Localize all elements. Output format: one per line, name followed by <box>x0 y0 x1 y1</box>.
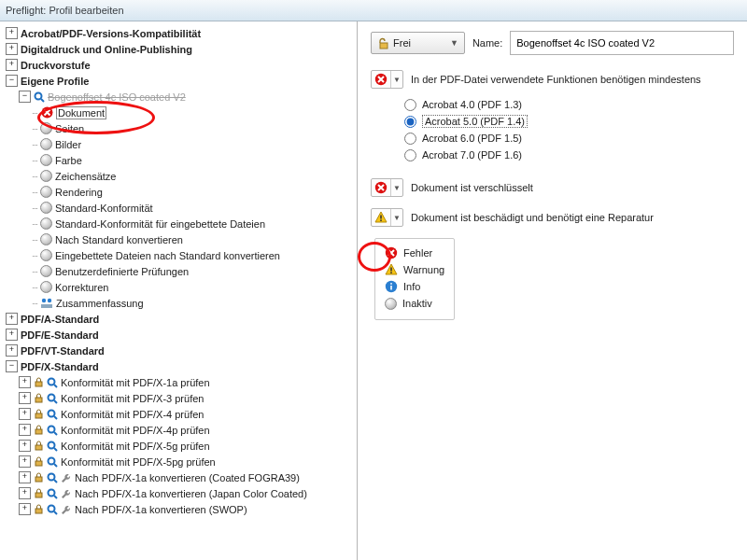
expand-icon[interactable]: + <box>19 424 31 436</box>
magnifier-icon <box>47 472 58 483</box>
legend-inactive[interactable]: Inaktiv <box>402 298 432 309</box>
tree-group[interactable]: Druckvorstufe <box>21 60 91 71</box>
svg-line-11 <box>54 400 57 403</box>
tree-group[interactable]: PDF/X-Standard <box>21 361 99 372</box>
legend-error[interactable]: Fehler <box>403 247 432 259</box>
name-input[interactable] <box>510 31 734 55</box>
tree-item[interactable]: Konformität mit PDF/X-1a prüfen <box>61 377 210 388</box>
collapse-icon[interactable]: − <box>6 75 18 87</box>
tree-group[interactable]: PDF/VT-Standard <box>21 345 105 357</box>
wrench-icon <box>61 488 72 499</box>
expand-icon[interactable]: + <box>6 27 18 39</box>
error-icon <box>40 106 53 119</box>
severity-selector[interactable]: ▼ <box>371 208 403 227</box>
tree-item[interactable]: Korrekturen <box>55 282 108 293</box>
magnifier-icon <box>34 91 45 103</box>
expand-icon[interactable]: + <box>6 43 18 55</box>
profile-tree[interactable]: +Acrobat/PDF-Versions-Kompatibilität +Di… <box>0 21 358 560</box>
tree-item[interactable]: Konformität mit PDF/X-5pg prüfen <box>61 456 216 468</box>
svg-line-14 <box>54 416 57 419</box>
magnifier-icon <box>47 504 58 515</box>
expand-icon[interactable]: + <box>6 329 18 341</box>
wrench-icon <box>61 472 72 483</box>
severity-selector[interactable]: ▼ <box>371 70 403 89</box>
legend-warning[interactable]: Warnung <box>403 264 444 275</box>
tree-item[interactable]: Eingebettete Dateien nach Standard konve… <box>55 250 280 261</box>
bullet-icon <box>40 202 52 214</box>
tree-item[interactable]: Farbe <box>55 155 82 166</box>
expand-icon[interactable]: + <box>19 471 31 483</box>
collapse-icon[interactable]: − <box>6 360 18 372</box>
tree-item[interactable]: Konformität mit PDF/X-4p prüfen <box>61 425 210 436</box>
radio-acrobat7[interactable]: Acrobat 7.0 (PDF 1.6) <box>404 147 734 163</box>
tree-item[interactable]: Zusammenfassung <box>56 298 144 309</box>
expand-icon[interactable]: + <box>19 503 31 515</box>
severity-legend: Fehler Warnung Info Inaktiv <box>374 238 455 320</box>
svg-line-29 <box>54 496 57 498</box>
tree-item[interactable]: Standard-Konformität <box>55 203 153 214</box>
lock-dropdown[interactable]: Frei ▼ <box>371 32 465 54</box>
tree-item[interactable]: Nach Standard konvertieren <box>55 234 183 245</box>
tree-group[interactable]: Digitaldruck und Online-Publishing <box>21 44 192 55</box>
svg-rect-42 <box>390 286 392 290</box>
tree-item[interactable]: Rendering <box>55 187 103 198</box>
tree-item[interactable]: Zeichensätze <box>55 171 116 182</box>
tree-group[interactable]: Acrobat/PDF-Versions-Kompatibilität <box>21 28 201 39</box>
expand-icon[interactable]: + <box>19 455 31 468</box>
tree-item[interactable]: Konformität mit PDF/X-3 prüfen <box>61 393 204 404</box>
expand-icon[interactable]: + <box>19 440 31 452</box>
svg-rect-21 <box>35 461 42 466</box>
svg-rect-9 <box>35 398 42 402</box>
tree-item[interactable]: Konformität mit PDF/X-4 prüfen <box>61 409 204 420</box>
tree-item[interactable]: Konformität mit PDF/X-5g prüfen <box>61 441 210 452</box>
bullet-icon <box>40 138 52 150</box>
svg-rect-15 <box>35 429 42 434</box>
svg-point-16 <box>49 426 55 432</box>
magnifier-icon <box>47 377 58 388</box>
svg-point-3 <box>42 298 46 301</box>
tree-item[interactable]: Bilder <box>55 139 81 150</box>
tree-item[interactable]: Standard-Konformität für eingebettete Da… <box>55 218 265 230</box>
expand-icon[interactable]: + <box>19 376 31 388</box>
expand-icon[interactable]: + <box>6 59 18 71</box>
tree-item-dokument[interactable]: Dokument <box>56 106 106 119</box>
radio-acrobat5[interactable]: Acrobat 5.0 (PDF 1.4) <box>404 113 734 130</box>
tree-group[interactable]: PDF/E-Standard <box>21 329 99 341</box>
tree-item[interactable]: Seiten <box>55 123 84 134</box>
bullet-icon <box>40 233 52 245</box>
severity-selector[interactable]: ▼ <box>371 178 403 197</box>
svg-rect-43 <box>390 283 392 285</box>
wrench-icon <box>61 504 72 515</box>
radio-acrobat4[interactable]: Acrobat 4.0 (PDF 1.3) <box>404 96 734 113</box>
info-icon <box>385 280 398 293</box>
legend-info[interactable]: Info <box>403 281 420 292</box>
expand-icon[interactable]: + <box>19 487 31 499</box>
lock-label: Frei <box>393 37 411 49</box>
collapse-icon[interactable]: − <box>19 91 31 103</box>
svg-rect-33 <box>380 43 388 49</box>
radio-acrobat6[interactable]: Acrobat 6.0 (PDF 1.5) <box>404 130 734 147</box>
svg-rect-5 <box>41 304 52 308</box>
tree-item[interactable]: Nach PDF/X-1a konvertieren (Japan Color … <box>75 488 307 499</box>
bullet-icon <box>40 154 52 166</box>
expand-icon[interactable]: + <box>19 408 31 420</box>
expand-icon[interactable]: + <box>19 392 31 404</box>
tree-profile[interactable]: Bogenoffset 4c ISO coated V2 <box>48 91 186 103</box>
error-icon <box>374 73 388 86</box>
window-titlebar: Preflight: Profil bearbeiten <box>0 0 747 21</box>
svg-line-8 <box>54 385 57 387</box>
tree-group[interactable]: Eigene Profile <box>21 76 89 87</box>
svg-rect-24 <box>35 477 42 482</box>
expand-icon[interactable]: + <box>6 313 18 325</box>
tree-item[interactable]: Nach PDF/X-1a konvertieren (Coated FOGRA… <box>75 472 300 483</box>
magnifier-icon <box>47 456 58 468</box>
tree-item[interactable]: Benutzerdefinierte Prüfungen <box>55 266 189 277</box>
magnifier-icon <box>47 425 58 436</box>
bullet-icon <box>40 265 52 277</box>
svg-line-1 <box>41 99 44 102</box>
tree-item[interactable]: Nach PDF/X-1a konvertieren (SWOP) <box>75 504 247 515</box>
svg-line-17 <box>54 432 57 435</box>
expand-icon[interactable]: + <box>6 344 18 357</box>
svg-point-31 <box>49 505 55 511</box>
tree-group[interactable]: PDF/A-Standard <box>21 314 99 325</box>
